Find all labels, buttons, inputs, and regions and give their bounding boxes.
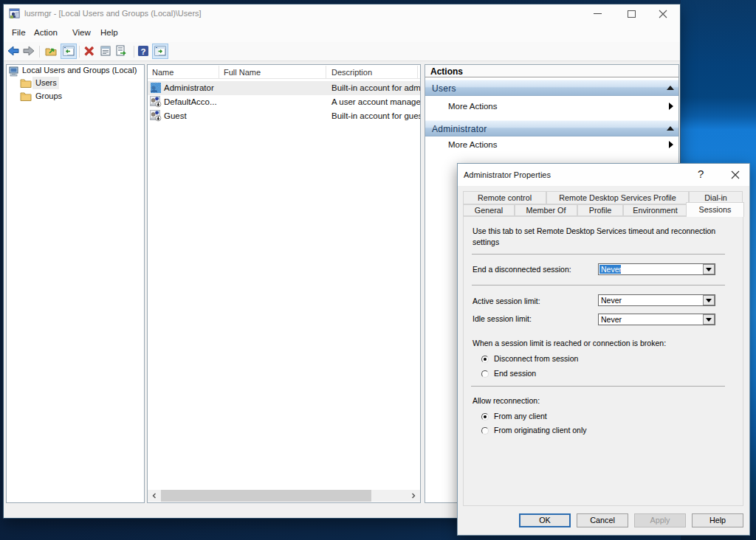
svg-text:?: ? <box>140 47 145 56</box>
